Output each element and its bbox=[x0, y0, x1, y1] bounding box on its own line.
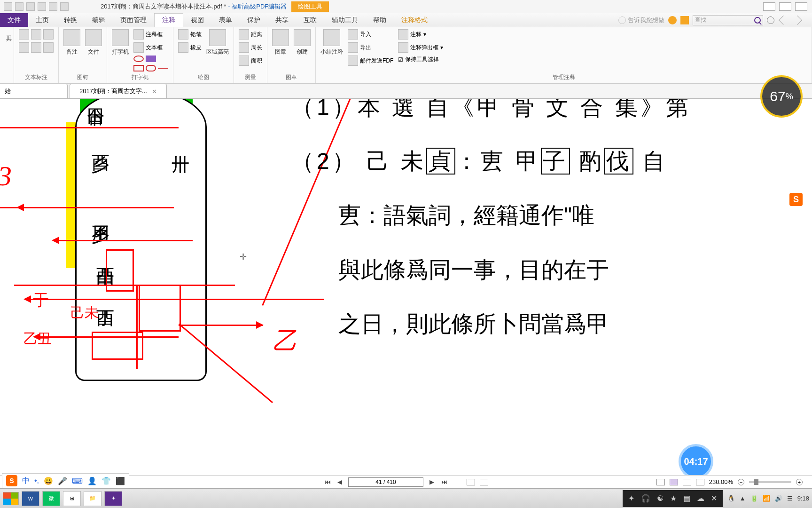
typewriter-button[interactable]: 打字机 bbox=[112, 29, 129, 56]
tab-convert[interactable]: 转换 bbox=[56, 13, 85, 27]
qat-redo-icon[interactable] bbox=[49, 2, 57, 11]
pencil-button[interactable]: 铅笔 bbox=[178, 29, 202, 40]
single-view-icon[interactable] bbox=[656, 479, 665, 485]
maximize-icon[interactable] bbox=[795, 2, 807, 11]
start-button[interactable] bbox=[3, 492, 19, 505]
heart-icon[interactable] bbox=[668, 16, 677, 24]
qat-hand-icon[interactable] bbox=[60, 2, 69, 11]
tab-share[interactable]: 共享 bbox=[268, 13, 296, 27]
tab-comment-format[interactable]: 注释格式 bbox=[394, 13, 435, 27]
tab-help[interactable]: 帮助 bbox=[366, 13, 394, 27]
settings-icon[interactable] bbox=[767, 16, 774, 24]
search-input[interactable]: 查找 bbox=[693, 15, 763, 25]
taskbar-app-icon[interactable]: ⊞ bbox=[63, 491, 81, 506]
next-page-button[interactable]: ▶ bbox=[428, 478, 436, 486]
ime-punct[interactable]: •, bbox=[34, 476, 39, 485]
tab-comment[interactable]: 注释 bbox=[154, 13, 183, 27]
eraser-button[interactable]: 橡皮 bbox=[178, 42, 202, 53]
doctab-current[interactable]: 2017刘翔：商周古文字... ✕ bbox=[70, 84, 167, 98]
highlight-icon[interactable] bbox=[19, 29, 29, 40]
note-button[interactable]: 备注 bbox=[63, 29, 80, 56]
tray-wifi-icon[interactable]: 📶 bbox=[763, 495, 770, 502]
prev-page-button[interactable]: ◀ bbox=[336, 478, 344, 486]
qat-undo-icon[interactable] bbox=[38, 2, 46, 11]
tab-file[interactable]: 文件 bbox=[0, 13, 28, 27]
tray-app-icon[interactable]: ☯ bbox=[657, 494, 664, 503]
send-fdf-button[interactable]: 邮件发送FDF bbox=[348, 56, 393, 66]
rect-shape-icon[interactable] bbox=[133, 65, 144, 71]
underline-icon[interactable] bbox=[43, 29, 54, 40]
tray-app-icon[interactable]: ★ bbox=[670, 494, 677, 503]
line-shape-icon[interactable] bbox=[158, 68, 168, 69]
tray-app-icon[interactable]: ▤ bbox=[683, 494, 690, 503]
close-icon[interactable]: ✕ bbox=[152, 88, 157, 95]
tray-action-icon[interactable]: ☰ bbox=[787, 495, 793, 502]
zoom-slider[interactable] bbox=[749, 481, 791, 483]
tray-app-icon[interactable]: 🎧 bbox=[641, 494, 650, 503]
distance-button[interactable]: 距离 bbox=[239, 29, 262, 40]
comment-button[interactable]: 注释 ▾ bbox=[398, 29, 443, 40]
replace-icon[interactable] bbox=[43, 42, 54, 53]
tray-app-icon[interactable]: ✦ bbox=[628, 494, 634, 503]
folder-icon[interactable] bbox=[680, 16, 689, 24]
tray-volume-icon[interactable]: 🔊 bbox=[775, 495, 782, 502]
textbox-button[interactable]: 文本框 bbox=[133, 42, 168, 53]
doctab-home[interactable]: 始 bbox=[0, 84, 68, 98]
reflow-icon[interactable] bbox=[467, 479, 475, 485]
qat-save-icon[interactable] bbox=[4, 2, 12, 11]
tab-home[interactable]: 主页 bbox=[28, 13, 56, 27]
keep-tool-checkbox[interactable]: ☑ 保持工具选择 bbox=[398, 56, 443, 64]
taskbar-folder-icon[interactable]: 📁 bbox=[84, 491, 102, 506]
ime-user-icon[interactable]: 👤 bbox=[87, 476, 97, 485]
taskbar-word-icon[interactable]: W bbox=[22, 491, 39, 506]
export-button[interactable]: 导出 bbox=[348, 42, 393, 53]
timer-badge[interactable]: 04:17 bbox=[679, 444, 713, 479]
tray-caret-icon[interactable]: ▲ bbox=[740, 495, 746, 502]
tab-form[interactable]: 表单 bbox=[211, 13, 240, 27]
tray-clock[interactable]: 9:18 bbox=[797, 495, 809, 502]
last-page-button[interactable]: ⏭ bbox=[440, 478, 448, 486]
tab-connect[interactable]: 互联 bbox=[296, 13, 324, 27]
first-page-button[interactable]: ⏮ bbox=[324, 478, 331, 486]
oval-shape-icon[interactable] bbox=[133, 56, 144, 62]
continuous-facing-icon[interactable] bbox=[696, 479, 704, 485]
zoom-in-button[interactable]: + bbox=[796, 479, 803, 485]
ime-emoji-icon[interactable]: 😀 bbox=[44, 476, 53, 485]
collapse-ribbon-icon[interactable] bbox=[763, 2, 775, 11]
prev-result-icon[interactable] bbox=[779, 16, 788, 25]
tab-accessibility[interactable]: 辅助工具 bbox=[324, 13, 366, 27]
facing-view-icon[interactable] bbox=[683, 479, 691, 485]
zoom-out-button[interactable]: − bbox=[738, 479, 744, 485]
strikeout-icon[interactable] bbox=[19, 42, 29, 53]
page-icon[interactable] bbox=[480, 479, 488, 485]
taskbar-wechat-icon[interactable]: 微 bbox=[42, 491, 60, 506]
popup-button[interactable]: 注释弹出框 ▾ bbox=[398, 42, 443, 53]
area-highlight-button[interactable]: 区域高亮 bbox=[206, 29, 229, 56]
taskbar-foxit-icon[interactable]: ✦ bbox=[104, 491, 122, 506]
next-result-icon[interactable] bbox=[793, 16, 802, 25]
import-button[interactable]: 导入 bbox=[348, 29, 393, 40]
area-button[interactable]: 面积 bbox=[239, 56, 262, 66]
qat-mail-icon[interactable] bbox=[26, 2, 35, 11]
stamp-button[interactable]: 图章 bbox=[272, 29, 289, 56]
file-attach-button[interactable]: 文件 bbox=[85, 29, 102, 56]
tab-edit[interactable]: 编辑 bbox=[85, 13, 113, 27]
cloud-shape-icon[interactable] bbox=[146, 65, 156, 71]
ime-mode[interactable]: 中 bbox=[22, 476, 30, 486]
ime-toolbar[interactable]: S 中 •, 😀 🎤 ⌨ 👤 👕 ⬛ bbox=[2, 473, 129, 488]
page-input[interactable] bbox=[348, 477, 423, 487]
perimeter-button[interactable]: 周长 bbox=[239, 42, 262, 53]
callout-button[interactable]: 注释框 bbox=[133, 29, 168, 40]
tray-qq-icon[interactable]: 🐧 bbox=[727, 495, 735, 502]
tray-battery-icon[interactable]: 🔋 bbox=[750, 495, 758, 502]
ime-toolbox-icon[interactable]: ⬛ bbox=[116, 476, 125, 485]
tab-protect[interactable]: 保护 bbox=[240, 13, 268, 27]
ime-skin-icon[interactable]: 👕 bbox=[102, 476, 111, 485]
caret-icon[interactable] bbox=[31, 42, 41, 53]
tray-close-icon[interactable]: ✕ bbox=[711, 494, 717, 503]
create-stamp-button[interactable]: 创建 bbox=[294, 29, 311, 56]
tray-app-icon[interactable]: ☁ bbox=[697, 494, 704, 503]
summary-button[interactable]: 小结注释 bbox=[320, 29, 343, 56]
tell-me[interactable]: 告诉我您想做 bbox=[618, 16, 664, 24]
tab-view[interactable]: 视图 bbox=[183, 13, 211, 27]
